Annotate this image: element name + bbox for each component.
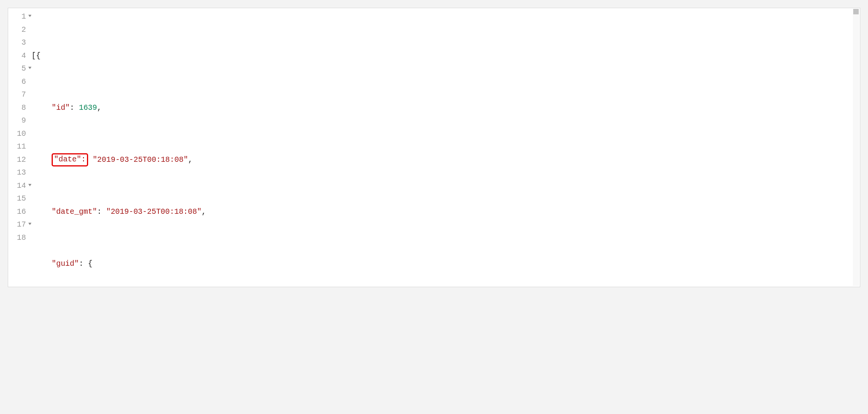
line-number: 9 — [8, 114, 26, 128]
line-number: 3 — [8, 36, 26, 50]
json-editor: 123456789101112131415161718 [{ "id": 163… — [8, 8, 860, 287]
json-key-id: "id" — [52, 104, 70, 112]
line-number: 10 — [8, 128, 26, 141]
line-number: 4 — [8, 50, 26, 63]
line-number: 8 — [8, 102, 26, 115]
bracket-open: [{ — [31, 52, 40, 60]
line-number: 17 — [8, 218, 26, 232]
line-number: 18 — [8, 232, 26, 245]
line-number: 2 — [8, 24, 26, 37]
json-number: 1639 — [79, 104, 97, 112]
json-key-guid: "guid" — [52, 260, 79, 268]
code-line: "guid": { — [31, 258, 848, 271]
code-content[interactable]: [{ "id": 1639, "date": "2019-03-25T00:18… — [30, 8, 860, 287]
line-number: 15 — [8, 192, 26, 206]
code-line: [{ — [31, 50, 848, 63]
code-area[interactable]: 123456789101112131415161718 [{ "id": 163… — [8, 8, 860, 287]
code-line: "date": "2019-03-25T00:18:08", — [31, 154, 848, 167]
fold-icon[interactable] — [28, 223, 31, 225]
line-number: 7 — [8, 88, 26, 102]
fold-icon[interactable] — [28, 184, 31, 186]
scrollbar-thumb[interactable] — [853, 9, 859, 14]
line-number: 11 — [8, 140, 26, 154]
line-number: 1 — [8, 10, 26, 24]
json-string: "2019-03-25T00:18:08" — [93, 156, 188, 164]
json-string: "2019-03-25T00:18:08" — [106, 208, 201, 216]
line-number: 6 — [8, 76, 26, 89]
json-key-date-gmt: "date_gmt" — [52, 208, 97, 216]
line-number: 13 — [8, 166, 26, 180]
line-number: 16 — [8, 206, 26, 219]
fold-icon[interactable] — [28, 15, 31, 17]
highlight-date: "date": — [52, 153, 88, 166]
code-line: "date_gmt": "2019-03-25T00:18:08", — [31, 206, 848, 219]
line-number: 14 — [8, 180, 26, 193]
scrollbar-track[interactable] — [853, 9, 859, 286]
fold-icon[interactable] — [28, 67, 31, 69]
line-number: 5 — [8, 62, 26, 76]
line-number: 12 — [8, 154, 26, 167]
code-line: "id": 1639, — [31, 102, 848, 115]
line-gutter: 123456789101112131415161718 — [8, 8, 30, 287]
